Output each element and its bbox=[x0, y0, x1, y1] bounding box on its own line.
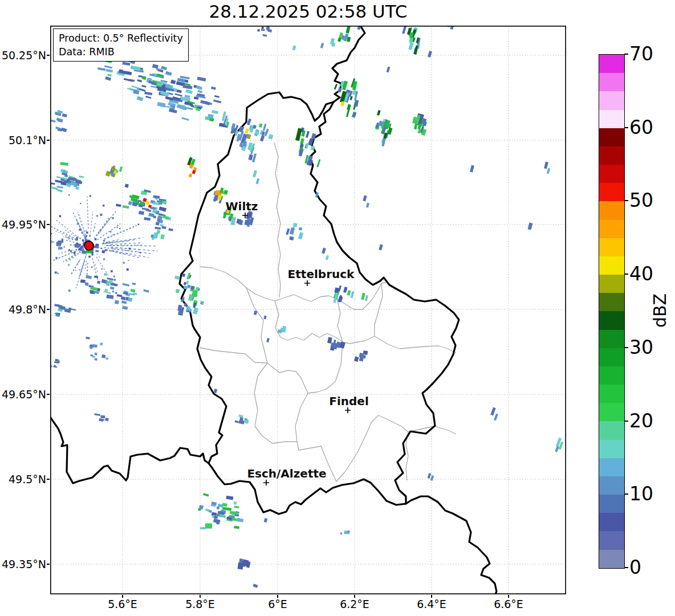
echo-cell-explicit bbox=[555, 446, 559, 452]
y-tick-label: 50.1°N bbox=[0, 133, 46, 147]
echo-cell bbox=[110, 283, 117, 286]
clutter-spoke bbox=[111, 243, 143, 244]
echo-cell-explicit bbox=[430, 475, 434, 481]
echo-cell bbox=[197, 77, 206, 81]
echo-cell bbox=[264, 129, 269, 136]
echo-cell bbox=[262, 34, 267, 37]
echo-cell bbox=[56, 186, 63, 189]
echo-cell bbox=[122, 306, 128, 310]
echo-cell bbox=[62, 239, 64, 243]
product-info-box: Product: 0.5° Reflectivity Data: RMIB bbox=[53, 28, 189, 62]
colorbar-segment bbox=[599, 183, 624, 201]
clutter-dot bbox=[123, 262, 125, 263]
echo-cell-explicit bbox=[292, 45, 296, 50]
map-content: WiltzEttelbruckFindelEsch/Alzette bbox=[50, 26, 566, 594]
echo-cell bbox=[128, 201, 132, 205]
radar-site-marker bbox=[84, 241, 93, 250]
echo-cell bbox=[234, 505, 239, 508]
clutter-dot bbox=[140, 252, 141, 254]
echo-cell bbox=[153, 215, 156, 218]
city-label: Wiltz bbox=[226, 199, 258, 213]
colorbar-segment bbox=[599, 128, 624, 146]
echo-cell bbox=[200, 301, 205, 305]
clutter-dot bbox=[82, 239, 84, 242]
echo-cell bbox=[286, 229, 290, 235]
clutter-dot bbox=[59, 215, 62, 218]
clutter-dot bbox=[84, 280, 86, 282]
y-tick-label: 49.65°N bbox=[0, 387, 46, 401]
echo-cell-explicit bbox=[253, 170, 257, 178]
echo-cell bbox=[152, 64, 158, 68]
colorbar-tick-mark bbox=[624, 493, 628, 495]
echo-cell bbox=[107, 74, 112, 76]
clutter-dot bbox=[68, 249, 70, 251]
echo-cell bbox=[345, 26, 350, 34]
y-tick-label: 49.8°N bbox=[0, 303, 46, 316]
colorbar-tick-mark bbox=[624, 347, 628, 348]
clutter-dot bbox=[52, 242, 54, 243]
echo-cell bbox=[144, 217, 151, 221]
colorbar-segment bbox=[599, 73, 624, 91]
echo-cell bbox=[165, 96, 173, 101]
colorbar-segment bbox=[599, 110, 624, 128]
echo-cell bbox=[334, 84, 338, 89]
city-marker bbox=[345, 407, 351, 413]
echo-cell bbox=[92, 356, 95, 358]
clutter-dot bbox=[68, 289, 71, 292]
echo-cell bbox=[267, 29, 272, 32]
echo-cell bbox=[184, 282, 186, 285]
echo-cell bbox=[263, 124, 266, 131]
y-tick-mark bbox=[47, 564, 50, 565]
echo-cell bbox=[160, 234, 165, 239]
city-marker bbox=[304, 280, 310, 286]
echo-cell bbox=[106, 295, 113, 299]
echo-cell bbox=[97, 67, 105, 71]
axes-frame bbox=[51, 26, 566, 594]
echo-cell bbox=[104, 65, 112, 68]
echo-cell bbox=[123, 205, 129, 209]
echo-cell bbox=[100, 415, 105, 418]
echo-cell bbox=[79, 176, 84, 178]
echo-cell bbox=[290, 227, 295, 235]
echo-cell bbox=[245, 419, 249, 424]
colorbar-tick-label: 70 bbox=[629, 43, 653, 66]
colorbar-segment bbox=[599, 55, 624, 73]
clutter-dot bbox=[76, 243, 78, 245]
district-border bbox=[337, 299, 343, 342]
clutter-dot bbox=[76, 249, 77, 250]
colorbar-tick-label: 10 bbox=[629, 483, 653, 505]
echo-cell bbox=[186, 107, 193, 110]
clutter-spoke bbox=[85, 260, 87, 271]
echo-cell bbox=[212, 110, 218, 114]
echo-cell bbox=[119, 166, 123, 172]
echo-cell bbox=[56, 176, 61, 178]
echo-cell bbox=[176, 289, 180, 293]
echo-cell-explicit bbox=[264, 518, 268, 523]
clutter-dot bbox=[110, 231, 112, 232]
y-tick-mark bbox=[47, 309, 50, 310]
colorbar-segment bbox=[599, 385, 624, 403]
echo-cell bbox=[152, 210, 157, 213]
city-marker bbox=[263, 480, 269, 486]
country-border bbox=[50, 417, 209, 483]
echo-cell bbox=[257, 29, 260, 32]
district-border bbox=[275, 301, 343, 342]
echo-cell bbox=[94, 413, 100, 416]
colorbar-segment bbox=[599, 293, 624, 311]
colorbar-segment bbox=[599, 495, 624, 513]
clutter-dot bbox=[58, 244, 60, 246]
echo-cell bbox=[223, 190, 228, 195]
radar-echoes bbox=[50, 26, 563, 588]
x-tick-label: 5.6°E bbox=[97, 598, 148, 610]
echo-cell bbox=[299, 227, 302, 231]
echo-cell-explicit bbox=[470, 165, 474, 173]
echo-cell bbox=[51, 120, 56, 123]
district-border bbox=[200, 348, 267, 363]
echo-cell bbox=[252, 153, 257, 162]
echo-cell bbox=[117, 294, 122, 297]
clutter-dot bbox=[64, 246, 65, 247]
echo-cell bbox=[157, 102, 165, 107]
x-tick-mark bbox=[122, 595, 123, 598]
echo-cell bbox=[100, 342, 103, 345]
clutter-dot bbox=[75, 270, 76, 271]
